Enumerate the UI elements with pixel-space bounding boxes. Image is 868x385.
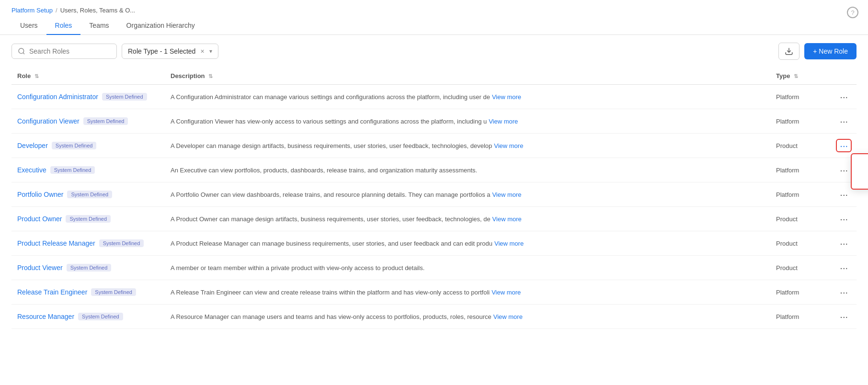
role-description: A Resource Manager can manage users and …: [165, 305, 770, 329]
more-actions-button[interactable]: ···: [837, 213, 851, 225]
system-defined-badge: System Defined: [83, 117, 128, 125]
table-row: Executive System Defined An Executive ca…: [11, 158, 857, 182]
role-type: Platform: [770, 158, 828, 182]
download-icon: [785, 47, 793, 56]
role-name-link[interactable]: Product Release Manager: [17, 239, 95, 247]
description-text: A Configuration Administrator can manage…: [171, 93, 490, 101]
search-box[interactable]: [11, 44, 117, 59]
role-name-link[interactable]: Release Train Engineer: [17, 288, 87, 296]
more-actions-button[interactable]: ···: [837, 189, 851, 200]
roles-table: Role ⇅ Description ⇅ Type ⇅ Configuratio…: [11, 68, 857, 329]
tabs-bar: Users Roles Teams Organization Hierarchy: [0, 17, 868, 35]
system-defined-badge: System Defined: [66, 215, 111, 223]
developer-actions-cell: ··· Edit View: [834, 140, 851, 151]
role-description: A Product Owner can manage design artifa…: [165, 207, 770, 231]
tab-organization-hierarchy[interactable]: Organization Hierarchy: [118, 17, 204, 35]
role-type: Platform: [770, 182, 828, 207]
view-more-link[interactable]: View more: [492, 191, 521, 198]
role-name-link[interactable]: Product Viewer: [17, 264, 63, 272]
view-more-link[interactable]: View more: [494, 240, 524, 247]
more-actions-button[interactable]: ···: [837, 115, 851, 127]
role-description: A Portfolio Owner can view dashboards, r…: [165, 182, 770, 207]
more-actions-button[interactable]: ···: [837, 238, 851, 249]
role-type: Platform: [770, 305, 828, 329]
description-text: A Product Owner can manage design artifa…: [171, 215, 491, 223]
breadcrumb-platform-setup[interactable]: Platform Setup: [11, 7, 53, 14]
description-text: A Configuration Viewer has view-only acc…: [171, 118, 487, 125]
system-defined-badge: System Defined: [67, 264, 112, 272]
role-type: Product: [770, 207, 828, 231]
type-text: Platform: [776, 313, 799, 320]
role-type: Product: [770, 256, 828, 280]
role-description: A member or team member within a private…: [165, 256, 770, 280]
role-name-link[interactable]: Portfolio Owner: [17, 191, 63, 198]
table-row: Product Release Manager System Defined A…: [11, 231, 857, 256]
role-name-link[interactable]: Developer: [17, 142, 48, 149]
role-type: Platform: [770, 109, 828, 134]
type-text: Platform: [776, 191, 799, 198]
system-defined-badge: System Defined: [99, 239, 144, 247]
type-text: Platform: [776, 289, 799, 296]
type-text: Platform: [776, 118, 799, 125]
description-text: A Product Release Manager can manage bus…: [171, 240, 492, 247]
more-actions-button[interactable]: ···: [837, 140, 851, 151]
tab-roles[interactable]: Roles: [46, 17, 81, 35]
view-more-link[interactable]: View more: [492, 93, 521, 101]
download-button[interactable]: [778, 43, 799, 60]
type-text: Product: [776, 240, 798, 247]
role-type: Platform: [770, 85, 828, 109]
table-row: Developer System Defined A Developer can…: [11, 134, 857, 158]
table-row: Portfolio Owner System Defined A Portfol…: [11, 182, 857, 207]
role-description: A Product Release Manager can manage bus…: [165, 231, 770, 256]
table-row: Configuration Viewer System Defined A Co…: [11, 109, 857, 134]
role-name-link[interactable]: Configuration Viewer: [17, 117, 80, 125]
chevron-down-icon: ▾: [209, 48, 212, 55]
view-more-link[interactable]: View more: [494, 142, 523, 149]
col-header-actions: [828, 68, 857, 85]
filter-clear-icon[interactable]: ×: [199, 47, 205, 55]
help-icon[interactable]: ?: [847, 7, 858, 18]
role-type-filter[interactable]: Role Type - 1 Selected × ▾: [122, 44, 218, 59]
more-actions-button[interactable]: ···: [837, 262, 851, 273]
role-description: A Configuration Viewer has view-only acc…: [165, 109, 770, 134]
more-actions-button[interactable]: ···: [837, 311, 851, 322]
view-more-link[interactable]: View more: [492, 215, 522, 223]
role-type: Product: [770, 134, 828, 158]
col-header-role[interactable]: Role ⇅: [11, 68, 165, 85]
description-text: A Developer can manage design artifacts,…: [171, 142, 492, 149]
view-menu-item[interactable]: View: [852, 171, 868, 189]
edit-menu-item[interactable]: Edit: [852, 154, 868, 171]
roles-table-container: Role ⇅ Description ⇅ Type ⇅ Configuratio…: [0, 68, 868, 329]
more-actions-button[interactable]: ···: [837, 286, 851, 298]
new-role-button[interactable]: + New Role: [804, 43, 857, 59]
type-text: Product: [776, 142, 798, 149]
description-text: A Portfolio Owner can view dashboards, r…: [171, 191, 490, 198]
tab-teams[interactable]: Teams: [80, 17, 117, 35]
breadcrumb-separator: /: [56, 7, 57, 14]
view-more-link[interactable]: View more: [491, 289, 521, 296]
role-name-link[interactable]: Configuration Administrator: [17, 93, 98, 101]
role-description: A Configuration Administrator can manage…: [165, 85, 770, 109]
more-actions-button[interactable]: ···: [837, 164, 851, 176]
search-input[interactable]: [29, 47, 111, 55]
col-header-type[interactable]: Type ⇅: [770, 68, 828, 85]
type-text: Platform: [776, 167, 799, 174]
more-actions-button[interactable]: ···: [837, 91, 851, 102]
view-more-link[interactable]: View more: [489, 118, 518, 125]
breadcrumb: Platform Setup / Users, Roles, Teams & O…: [0, 0, 868, 17]
table-row: Product Viewer System Defined A member o…: [11, 256, 857, 280]
system-defined-badge: System Defined: [50, 166, 95, 174]
table-row: Product Owner System Defined A Product O…: [11, 207, 857, 231]
system-defined-badge: System Defined: [102, 93, 147, 101]
role-name-link[interactable]: Resource Manager: [17, 313, 74, 320]
system-defined-badge: System Defined: [78, 313, 123, 320]
role-name-link[interactable]: Product Owner: [17, 215, 62, 223]
tab-users[interactable]: Users: [11, 17, 46, 35]
role-name-link[interactable]: Executive: [17, 166, 46, 174]
type-text: Product: [776, 215, 798, 223]
toolbar: Role Type - 1 Selected × ▾ + New Role: [0, 35, 868, 68]
table-row: Resource Manager System Defined A Resour…: [11, 305, 857, 329]
type-text: Product: [776, 264, 798, 272]
col-header-description[interactable]: Description ⇅: [165, 68, 770, 85]
view-more-link[interactable]: View more: [493, 313, 523, 320]
